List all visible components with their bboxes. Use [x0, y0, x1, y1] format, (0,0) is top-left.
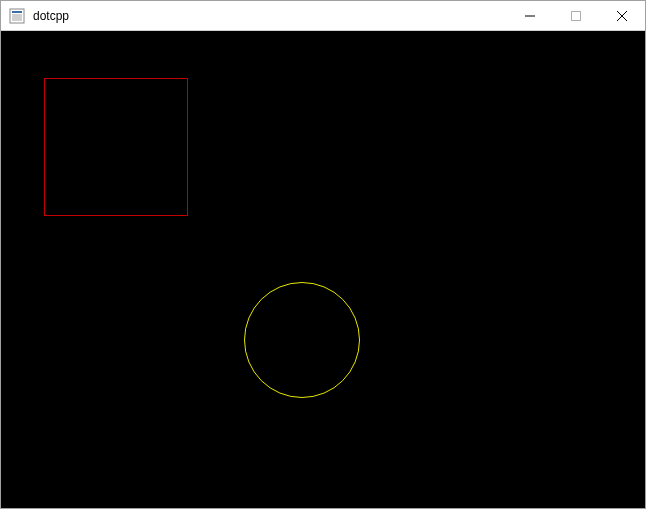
- yellow-circle: [244, 282, 360, 398]
- canvas-area: [1, 31, 645, 508]
- minimize-button[interactable]: [507, 1, 553, 30]
- svg-rect-2: [12, 14, 22, 21]
- window-controls: [507, 1, 645, 30]
- close-button[interactable]: [599, 1, 645, 30]
- svg-rect-1: [12, 11, 22, 13]
- red-rectangle: [44, 78, 188, 216]
- window-title: dotcpp: [31, 9, 507, 23]
- app-icon: [9, 8, 25, 24]
- svg-rect-4: [572, 11, 581, 20]
- titlebar: dotcpp: [1, 1, 645, 31]
- maximize-button[interactable]: [553, 1, 599, 30]
